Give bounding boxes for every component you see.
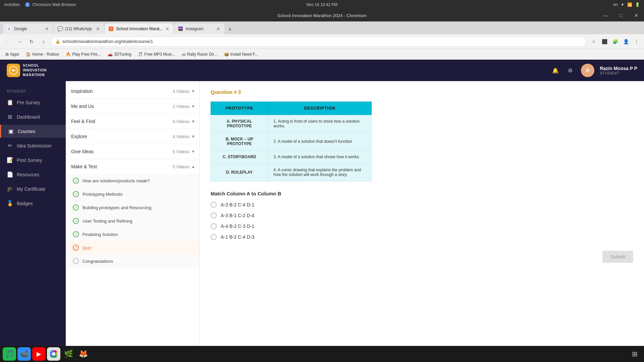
section-explore-header[interactable]: Explore 4 Videos ▾ <box>66 129 200 144</box>
item-title-building: Building prototypes and Resourcing <box>83 205 151 210</box>
sidebar-item-dashboard[interactable]: ⊞ Dashboard <box>0 110 66 123</box>
taskbar-firefox[interactable]: 🦊 <box>76 347 90 361</box>
section-explore-chevron: ▾ <box>192 134 194 139</box>
back-button[interactable]: ← <box>3 37 12 46</box>
list-item[interactable]: ✓ User Testing and Refining <box>66 214 200 228</box>
radio-option-2[interactable]: A-3 B-1 C-2 D-4 <box>211 213 633 219</box>
wifi-icon: ▼ <box>621 2 625 7</box>
sidebar-item-idea-submission[interactable]: ✏ Idea Submission <box>0 139 66 152</box>
sidebar-item-resources[interactable]: 📄 Resources <box>0 168 66 181</box>
list-item[interactable]: Congratulations <box>66 254 200 268</box>
bookmark-mp3[interactable]: 🎵 Free MP3 Musi... <box>135 50 177 58</box>
lang-indicator[interactable]: en <box>613 2 618 7</box>
tab-icon-instagram: 📷 <box>178 26 183 31</box>
install-icon: 📦 <box>224 52 229 57</box>
section-inspiration-header[interactable]: Inspiration 4 Videos ▾ <box>66 84 200 99</box>
tab-instagram[interactable]: 📷 Instagram ✕ <box>174 23 224 34</box>
quiz-area: Question # 3 PROTOTYPE DESCRIPTION <box>200 81 644 362</box>
section-explore-title: Explore <box>71 134 170 139</box>
roblox-icon: 🏠 <box>26 52 31 57</box>
section-feel-find-title: Feel & Find <box>71 119 170 124</box>
taskbar-apps-grid-button[interactable]: ⊞ <box>628 347 641 361</box>
section-me-and-us-chevron: ▾ <box>192 104 194 109</box>
main-content: Inspiration 4 Videos ▾ Me and Us 2 Video… <box>66 81 644 362</box>
bookmark-3dtuning[interactable]: 🚗 3DTuning <box>105 50 134 58</box>
bookmark-install[interactable]: 📦 Install Need F... <box>221 50 261 58</box>
sidebar-item-courses[interactable]: ▣ Courses <box>0 125 66 138</box>
minimize-button[interactable]: — <box>598 9 613 21</box>
bookmark-rally[interactable]: 🏎 Rally Racer Dir... <box>179 50 220 58</box>
section-explore: Explore 4 Videos ▾ <box>66 129 200 144</box>
profile-icon[interactable]: 👤 <box>621 37 631 46</box>
bookmark-roblox[interactable]: 🏠 Home - Roblox <box>23 50 62 58</box>
sidebar-item-badges[interactable]: 🏅 Badges <box>0 197 66 210</box>
os-bar-right: en ▼ 📶 🔋 <box>613 2 640 7</box>
submit-button[interactable]: Submit <box>602 251 633 263</box>
section-feel-find-header[interactable]: Feel & Find 4 Videos ▾ <box>66 114 200 129</box>
tab-close-marathon[interactable]: ✕ <box>165 26 169 32</box>
list-item[interactable]: ✓ Building prototypes and Resourcing <box>66 201 200 214</box>
table-row: C. STORYBOARD 3. A model of a solution t… <box>211 150 372 164</box>
tab-google[interactable]: G Google ✕ <box>3 23 53 34</box>
list-item[interactable]: ✓ How are solutions/products made? <box>66 174 200 187</box>
section-feel-find: Feel & Find 4 Videos ▾ <box>66 114 200 129</box>
item-title-quiz: Quiz <box>83 245 92 250</box>
taskbar-youtube[interactable]: ▶ <box>32 347 46 361</box>
tab-close-google[interactable]: ✕ <box>45 26 49 32</box>
sidebar-item-post-survey[interactable]: 📝 Post Survey <box>0 154 66 167</box>
table-cell-desc-d: 4. A comic drawing that explains the pro… <box>268 164 372 181</box>
close-button[interactable]: ✕ <box>629 9 644 21</box>
sidebar-item-label-dashboard: Dashboard <box>17 114 40 120</box>
radio-option-3[interactable]: A-4 B-2 C-3 D-1 <box>211 223 633 229</box>
section-make-test-header[interactable]: Make & Test 5 Videos ▴ <box>66 159 200 174</box>
taskbar-spotify[interactable]: 🎵 <box>3 347 16 361</box>
menu-icon[interactable]: ⋮ <box>632 37 641 46</box>
radio-option-1[interactable]: A-3 B-2 C-4 D-1 <box>211 202 633 208</box>
list-item[interactable]: ✓ Finalising Solution <box>66 228 200 241</box>
table-row: B. MOCK – UP PROTOTYPE 2. A model of a s… <box>211 133 372 150</box>
maximize-button[interactable]: □ <box>613 9 629 21</box>
section-give-ideas-header[interactable]: Give Ideas 5 Videos ▾ <box>66 144 200 159</box>
list-item[interactable]: ✓ Prototyping Methods <box>66 187 200 201</box>
section-me-and-us-header[interactable]: Me and Us 2 Videos ▾ <box>66 99 200 114</box>
3dtuning-icon: 🚗 <box>108 52 113 57</box>
bookmark-freefire[interactable]: 🔥 Play Free Fire... <box>63 50 103 58</box>
forward-button[interactable]: → <box>15 37 24 46</box>
tab-close-whatsapp[interactable]: ✕ <box>96 26 100 32</box>
bookmark-apps[interactable]: ⊞ Apps <box>3 50 22 58</box>
reload-button[interactable]: ↻ <box>27 37 36 46</box>
settings-icon[interactable]: ⚙ <box>565 65 576 76</box>
user-name: Razin Moosa P P <box>600 66 637 71</box>
app-logo: SCHOOL INNOVATION MARATHON <box>7 63 47 77</box>
item-empty-icon <box>72 258 79 264</box>
my-certificate-icon: 🎓 <box>7 186 13 192</box>
item-title-congratulations: Congratulations <box>83 259 113 264</box>
screenshot-icon[interactable]: ⬛ <box>600 37 609 46</box>
mp3-icon: 🎵 <box>138 52 143 57</box>
sidebar-item-my-certificate[interactable]: 🎓 My Certificate <box>0 182 66 195</box>
taskbar-chromium[interactable] <box>47 347 60 361</box>
radio-option-4[interactable]: A-1 B-2 C-4 D-3 <box>211 234 633 240</box>
new-tab-button[interactable]: + <box>225 25 234 34</box>
notification-icon[interactable]: 🔔 <box>550 65 561 76</box>
home-button[interactable]: ⌂ <box>39 37 48 46</box>
taskbar-zoom[interactable]: 📹 <box>17 347 31 361</box>
radio-label-2: A-3 B-1 C-2 D-4 <box>221 213 254 218</box>
list-item[interactable]: ✓ Quiz <box>66 241 200 254</box>
radio-circle-2 <box>211 213 217 219</box>
table-cell-prototype-b: B. MOCK – UP PROTOTYPE <box>211 133 268 150</box>
bookmark-star-icon[interactable]: ☆ <box>589 37 598 46</box>
section-make-test-title: Make & Test <box>71 164 170 169</box>
taskbar-game[interactable]: 🌿 <box>62 347 75 361</box>
title-bar: School Innovation Marathon 2024 - Chromi… <box>0 9 644 21</box>
extensions-icon[interactable]: 🧩 <box>610 37 620 46</box>
tab-close-instagram[interactable]: ✕ <box>216 26 220 32</box>
tab-marathon[interactable]: S School Innovation Marat... ✕ <box>105 23 173 34</box>
prototype-table: PROTOTYPE DESCRIPTION A. PHYSICAL PROTOT… <box>211 102 372 181</box>
tab-whatsapp[interactable]: 💬 (12) WhatsApp ✕ <box>54 23 104 34</box>
section-inspiration-chevron: ▾ <box>192 89 194 94</box>
activities-label[interactable]: Activities <box>4 2 20 7</box>
section-give-ideas-title: Give Ideas <box>71 149 170 154</box>
address-box[interactable]: 🔒 schoolinnovationmarathon.org/studentco… <box>51 37 586 47</box>
sidebar-item-pre-survey[interactable]: 📋 Pre Survey <box>0 96 66 109</box>
